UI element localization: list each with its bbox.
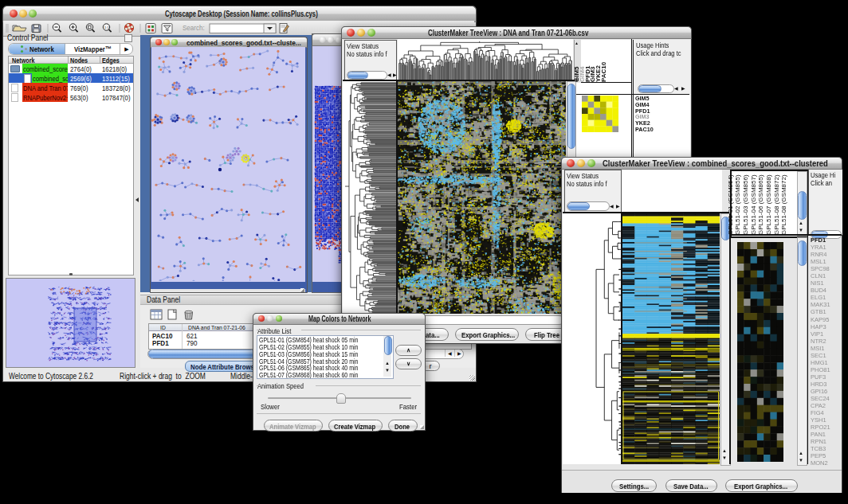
svg-text:Search:: Search: — [183, 23, 205, 32]
svg-text:1:1: 1:1 — [104, 25, 110, 29]
